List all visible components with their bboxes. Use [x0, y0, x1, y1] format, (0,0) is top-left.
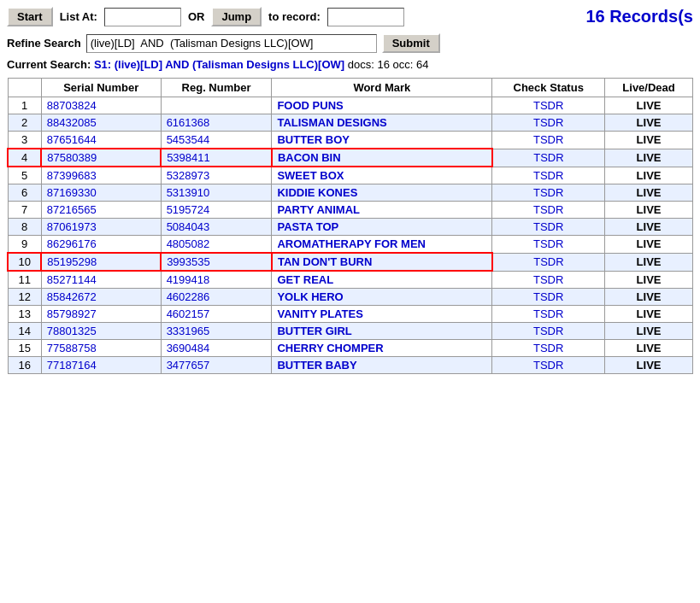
cell-live-dead: LIVE — [605, 289, 693, 306]
cell-serial[interactable]: 85842672 — [41, 289, 161, 306]
cell-tsdr[interactable]: TSDR — [492, 184, 605, 202]
cell-reg[interactable]: 5195724 — [161, 202, 272, 219]
cell-reg[interactable]: 6161368 — [161, 114, 272, 132]
jump-button[interactable]: Jump — [211, 7, 262, 26]
cell-reg[interactable]: 4805082 — [161, 236, 272, 254]
cell-word-mark[interactable]: BUTTER BABY — [272, 357, 492, 374]
submit-button[interactable]: Submit — [382, 33, 440, 53]
cell-word-mark[interactable]: TAN DON'T BURN — [272, 253, 492, 271]
cell-word-mark[interactable]: PARTY ANIMAL — [272, 202, 492, 219]
cell-word-mark[interactable]: YOLK HERO — [272, 289, 492, 306]
col-serial: Serial Number — [41, 79, 161, 97]
cell-serial[interactable]: 87580389 — [41, 149, 161, 167]
cell-serial[interactable]: 87169330 — [41, 184, 161, 202]
cell-reg[interactable]: 3993535 — [161, 253, 272, 271]
cell-reg[interactable]: 5453544 — [161, 132, 272, 149]
cell-num: 15 — [8, 340, 41, 357]
cell-reg[interactable]: 5313910 — [161, 184, 272, 202]
refine-label: Refine Search — [7, 37, 81, 50]
cell-word-mark[interactable]: GET REAL — [272, 271, 492, 289]
cell-tsdr[interactable]: TSDR — [492, 306, 605, 323]
cell-tsdr[interactable]: TSDR — [492, 271, 605, 289]
cell-word-mark[interactable]: KIDDIE KONES — [272, 184, 492, 202]
cell-tsdr[interactable]: TSDR — [492, 132, 605, 149]
to-record-input[interactable] — [327, 8, 404, 26]
cell-serial[interactable]: 88703824 — [41, 97, 161, 114]
cell-live-dead: LIVE — [605, 97, 693, 114]
cell-word-mark[interactable]: BUTTER GIRL — [272, 323, 492, 340]
start-button[interactable]: Start — [7, 7, 53, 26]
cell-reg[interactable]: 4199418 — [161, 271, 272, 289]
col-check: Check Status — [492, 79, 605, 97]
cell-num: 11 — [8, 271, 41, 289]
cell-serial[interactable]: 86296176 — [41, 236, 161, 254]
cell-tsdr[interactable]: TSDR — [492, 253, 605, 271]
col-num — [8, 79, 41, 97]
cell-serial[interactable]: 77588758 — [41, 340, 161, 357]
cell-live-dead: LIVE — [605, 132, 693, 149]
table-row: 6871693305313910KIDDIE KONESTSDRLIVE — [8, 184, 693, 202]
cell-word-mark[interactable]: BACON BIN — [272, 149, 492, 167]
cell-num: 5 — [8, 167, 41, 184]
cell-reg[interactable]: 5398411 — [161, 149, 272, 167]
table-row: 3876516445453544BUTTER BOYTSDRLIVE — [8, 132, 693, 149]
cell-live-dead: LIVE — [605, 253, 693, 271]
cell-serial[interactable]: 85271144 — [41, 271, 161, 289]
cell-serial[interactable]: 87216565 — [41, 202, 161, 219]
cell-tsdr[interactable]: TSDR — [492, 149, 605, 167]
cell-word-mark[interactable]: AROMATHERAPY FOR MEN — [272, 236, 492, 254]
cell-tsdr[interactable]: TSDR — [492, 357, 605, 374]
cell-word-mark[interactable]: FOOD PUNS — [272, 97, 492, 114]
cell-word-mark[interactable]: PASTA TOP — [272, 219, 492, 236]
cell-reg[interactable]: 3690484 — [161, 340, 272, 357]
cell-tsdr[interactable]: TSDR — [492, 323, 605, 340]
cell-serial[interactable]: 87399683 — [41, 167, 161, 184]
cell-tsdr[interactable]: TSDR — [492, 167, 605, 184]
records-count: 16 Records(s — [585, 7, 693, 26]
cell-serial[interactable]: 88432085 — [41, 114, 161, 132]
cell-num: 13 — [8, 306, 41, 323]
cell-live-dead: LIVE — [605, 202, 693, 219]
cell-tsdr[interactable]: TSDR — [492, 114, 605, 132]
cell-num: 12 — [8, 289, 41, 306]
table-row: 9862961764805082AROMATHERAPY FOR MENTSDR… — [8, 236, 693, 254]
cell-word-mark[interactable]: VANITY PLATES — [272, 306, 492, 323]
cell-serial[interactable]: 87651644 — [41, 132, 161, 149]
cell-reg[interactable]: 5328973 — [161, 167, 272, 184]
to-record-label: to record: — [268, 10, 321, 23]
cell-serial[interactable]: 85798927 — [41, 306, 161, 323]
cell-word-mark[interactable]: TALISMAN DESIGNS — [272, 114, 492, 132]
cell-live-dead: LIVE — [605, 340, 693, 357]
cell-serial[interactable]: 87061973 — [41, 219, 161, 236]
cell-serial[interactable]: 78801325 — [41, 323, 161, 340]
cell-tsdr[interactable]: TSDR — [492, 236, 605, 254]
table-row: 12858426724602286YOLK HEROTSDRLIVE — [8, 289, 693, 306]
cell-reg[interactable] — [161, 97, 272, 114]
table-row: 10851952983993535TAN DON'T BURNTSDRLIVE — [8, 253, 693, 271]
list-at-label: List At: — [60, 10, 97, 23]
cell-reg[interactable]: 4602286 — [161, 289, 272, 306]
cell-serial[interactable]: 85195298 — [41, 253, 161, 271]
current-search: Current Search: S1: (live)[LD] AND (Tali… — [7, 58, 693, 71]
search-value: (live)[LD] AND (Talisman Designs LLC)[OW… — [115, 58, 344, 71]
cell-serial[interactable]: 77187164 — [41, 357, 161, 374]
cell-word-mark[interactable]: SWEET BOX — [272, 167, 492, 184]
table-row: 11852711444199418GET REALTSDRLIVE — [8, 271, 693, 289]
table-row: 5873996835328973SWEET BOXTSDRLIVE — [8, 167, 693, 184]
cell-reg[interactable]: 3477657 — [161, 357, 272, 374]
cell-reg[interactable]: 3331965 — [161, 323, 272, 340]
cell-tsdr[interactable]: TSDR — [492, 219, 605, 236]
cell-tsdr[interactable]: TSDR — [492, 340, 605, 357]
list-at-input[interactable] — [104, 8, 181, 26]
cell-tsdr[interactable]: TSDR — [492, 202, 605, 219]
cell-word-mark[interactable]: CHERRY CHOMPER — [272, 340, 492, 357]
cell-tsdr[interactable]: TSDR — [492, 97, 605, 114]
cell-reg[interactable]: 5084043 — [161, 219, 272, 236]
results-table: Serial Number Reg. Number Word Mark Chec… — [7, 78, 693, 374]
cell-word-mark[interactable]: BUTTER BOY — [272, 132, 492, 149]
cell-tsdr[interactable]: TSDR — [492, 289, 605, 306]
refine-input[interactable] — [86, 34, 377, 53]
cell-reg[interactable]: 4602157 — [161, 306, 272, 323]
search-docs: docs: 16 occ: 64 — [348, 58, 429, 71]
cell-live-dead: LIVE — [605, 271, 693, 289]
